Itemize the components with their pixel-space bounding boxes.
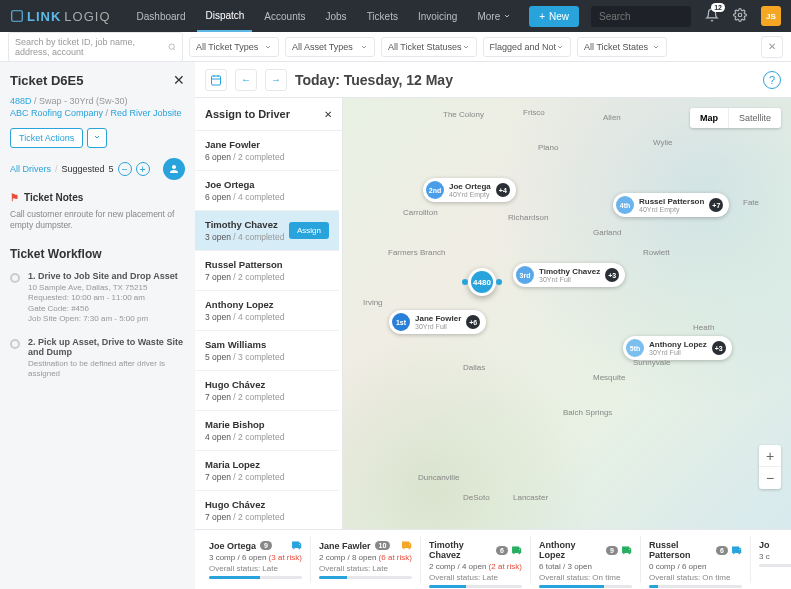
satellite-button[interactable]: Satellite [729,108,781,128]
card-status: Overall status: On time [649,573,742,582]
marker-extra: +3 [712,341,726,355]
step-dot-icon [10,273,20,283]
breadcrumb-link[interactable]: ABC Roofing Company [10,108,103,118]
ticket-actions-caret[interactable] [87,128,107,148]
map-marker[interactable]: 1stJane Fowler30Yrd Full+6 [389,310,486,334]
driver-item[interactable]: Sam Williams5 open / 3 completed [195,331,339,371]
all-drivers-link[interactable]: All Drivers [10,164,51,174]
map-marker[interactable]: 5thAnthony Lopez30Yrd Full+3 [623,336,732,360]
driver-card[interactable]: Anthony Lopez9⛟6 total / 3 open Overall … [531,536,641,583]
progress-bar [209,576,302,579]
truck-icon: ⛟ [512,545,522,556]
city-label: Wylie [653,138,672,147]
close-icon[interactable]: ✕ [173,72,185,88]
clear-filters-button[interactable]: ✕ [761,36,783,58]
nav-accounts[interactable]: Accounts [256,0,313,32]
bell-icon[interactable]: 12 [705,8,719,24]
driver-name: Anthony Lopez [205,299,329,310]
marker-sub: 40Yrd Empty [449,191,491,198]
driver-item[interactable]: Marie Bishop4 open / 2 completed [195,411,339,451]
driver-name: Jane Fowler [205,139,329,150]
progress-bar [319,576,412,579]
driver-item[interactable]: Jane Fowler6 open / 2 completed [195,131,339,171]
driver-card[interactable]: Joe Ortega9⛟3 comp / 6 open (3 at risk)O… [201,536,311,583]
card-count: 6 [496,546,508,555]
card-meta: 3 comp / 6 open (3 at risk) [209,553,302,562]
map-button[interactable]: Map [690,108,729,128]
calendar-icon [210,74,222,86]
gear-icon[interactable] [733,8,747,24]
card-count: 9 [260,541,272,550]
driver-item[interactable]: Hugo Chávez7 open / 2 completed [195,371,339,411]
map-marker[interactable]: 3rdTimothy Chavez30Yrd Full+3 [513,263,625,287]
svg-point-1 [738,13,742,17]
filter-dropdown[interactable]: Flagged and Not [483,37,572,57]
filter-dropdown[interactable]: All Asset Types [285,37,375,57]
logo[interactable]: LINKLOGIQ [10,9,111,24]
card-meta: 2 comp / 8 open (6 at risk) [319,553,412,562]
driver-cards-row[interactable]: Joe Ortega9⛟3 comp / 6 open (3 at risk)O… [195,529,791,589]
user-icon[interactable] [163,158,185,180]
new-button[interactable]: +New [529,6,579,27]
nav-jobs[interactable]: Jobs [318,0,355,32]
topbar: LINKLOGIQ DashboardDispatchAccountsJobsT… [0,0,791,32]
map[interactable]: MapSatellite +− 4480 1stJane Fowler30Yrd… [343,98,791,589]
breadcrumb-link[interactable]: Red River Jobsite [111,108,182,118]
assign-title: Assign to Driver [205,108,290,120]
driver-item[interactable]: Hugo Chávez7 open / 2 completed [195,491,339,531]
zoom-in-button[interactable]: + [759,445,781,467]
next-day-button[interactable]: → [265,69,287,91]
city-label: Heath [693,323,714,332]
card-name: Timothy Chavez [429,540,492,560]
notes-header: Ticket Notes [24,192,83,203]
prev-day-button[interactable]: ← [235,69,257,91]
minus-button[interactable]: − [118,162,132,176]
workflow-step: 2. Pick up Asset, Drive to Waste Site an… [10,337,185,380]
marker-name: Anthony Lopez [649,340,707,349]
center-pin[interactable]: 4480 [468,268,496,296]
city-label: Duncanville [418,473,459,482]
city-label: Garland [593,228,621,237]
breadcrumb: ABC Roofing Company / Red River Jobsite [10,108,185,118]
driver-item[interactable]: Timothy Chavez3 open / 4 completedAssign [195,211,339,251]
driver-card[interactable]: Russel Patterson6⛟0 comp / 6 open Overal… [641,536,751,583]
avatar[interactable]: JS [761,6,781,26]
filter-dropdown[interactable]: All Ticket States [577,37,667,57]
filter-dropdown[interactable]: All Ticket Types [189,37,279,57]
driver-item[interactable]: Joe Ortega6 open / 4 completed [195,171,339,211]
nav-dispatch[interactable]: Dispatch [197,0,252,32]
progress-bar [759,564,791,567]
help-button[interactable]: ? [763,71,781,89]
driver-item[interactable]: Maria Lopez7 open / 2 completed [195,451,339,491]
global-search-input[interactable] [591,6,691,27]
nav-more[interactable]: More [469,0,519,32]
breadcrumb-link[interactable]: 488D [10,96,32,106]
assign-button[interactable]: Assign [289,222,329,239]
close-icon[interactable]: ✕ [324,109,332,120]
progress-bar [649,585,742,588]
driver-meta: 6 open / 2 completed [205,152,329,162]
suggested-count: 5 [109,164,114,174]
card-count: 9 [606,546,618,555]
driver-card[interactable]: Jane Fawler10⛟2 comp / 8 open (6 at risk… [311,536,421,583]
map-marker[interactable]: 4thRussel Patterson40Yrd Empty+7 [613,193,729,217]
nav-tickets[interactable]: Tickets [359,0,406,32]
card-status: Overall status: Late [209,564,302,573]
filter-search-input[interactable]: Search by ticket ID, job name, address, … [8,32,183,62]
driver-item[interactable]: Anthony Lopez3 open / 4 completed [195,291,339,331]
filter-search-placeholder: Search by ticket ID, job name, address, … [15,37,168,57]
driver-card[interactable]: Timothy Chavez6⛟2 comp / 4 open (2 at ri… [421,536,531,583]
calendar-button[interactable] [205,69,227,91]
filter-dropdown[interactable]: All Ticket Statuses [381,37,477,57]
nav-invoicing[interactable]: Invoicing [410,0,465,32]
nav-dashboard[interactable]: Dashboard [129,0,194,32]
driver-meta: 7 open / 2 completed [205,392,329,402]
card-status: Overall status: Late [319,564,412,573]
plus-button[interactable]: + [136,162,150,176]
driver-card[interactable]: Jo3 c [751,536,791,583]
map-marker[interactable]: 2ndJoe Ortega40Yrd Empty+4 [423,178,516,202]
driver-item[interactable]: Russel Patterson7 open / 2 completed [195,251,339,291]
ticket-actions-button[interactable]: Ticket Actions [10,128,83,148]
marker-sub: 30Yrd Full [649,349,707,356]
zoom-out-button[interactable]: − [759,467,781,489]
